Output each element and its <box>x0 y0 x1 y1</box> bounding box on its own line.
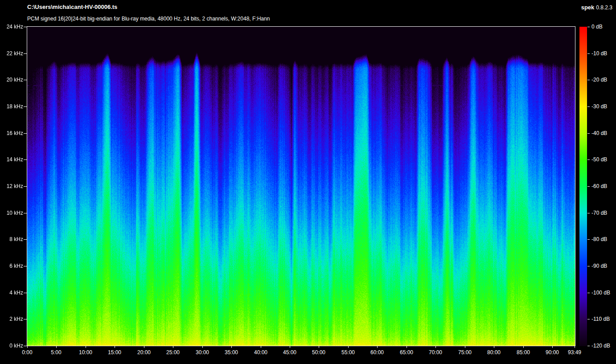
freq-tick <box>24 106 27 107</box>
freq-tick <box>24 346 27 346</box>
freq-tick <box>24 186 27 187</box>
db-tick-label: -10 dB <box>591 50 607 57</box>
time-tick <box>27 346 28 348</box>
freq-tick-label: 12 kHz <box>2 183 23 189</box>
db-colorbar <box>579 27 587 346</box>
freq-tick-label: 20 kHz <box>2 77 23 83</box>
freq-tick <box>24 319 27 319</box>
format-info: PCM signed 16|20|24-bit big-endian for B… <box>27 16 270 22</box>
db-tick <box>587 319 590 319</box>
time-tick <box>144 346 144 348</box>
time-tick <box>202 346 203 348</box>
time-tick-label: 93:49 <box>563 349 586 356</box>
time-tick <box>552 346 553 348</box>
time-tick <box>377 346 378 348</box>
freq-tick-label: 16 kHz <box>2 130 23 136</box>
time-tick-label: 75:00 <box>454 349 476 356</box>
time-tick-label: 5:00 <box>45 349 67 356</box>
time-tick <box>261 346 261 348</box>
freq-tick-label: 2 kHz <box>2 316 23 322</box>
db-tick <box>587 133 590 134</box>
app-version: 0.8.2.3 <box>596 4 612 11</box>
freq-tick-label: 4 kHz <box>2 290 23 296</box>
time-tick <box>115 346 115 348</box>
db-tick <box>587 106 590 107</box>
freq-tick <box>24 160 27 160</box>
db-tick <box>587 186 590 187</box>
db-tick-label: -60 dB <box>591 183 607 189</box>
freq-tick <box>24 239 27 240</box>
time-tick-label: 85:00 <box>512 349 534 356</box>
freq-tick-label: 24 kHz <box>2 24 23 30</box>
time-tick-label: 55:00 <box>337 349 359 356</box>
db-tick <box>587 53 590 54</box>
db-tick <box>587 80 590 80</box>
file-path-title: C:\Users\micha\cant-HV-00006.ts <box>27 4 117 10</box>
db-tick-label: -120 dB <box>591 343 610 349</box>
db-tick <box>587 160 590 160</box>
time-tick <box>56 346 57 348</box>
time-tick <box>290 346 290 348</box>
time-tick-label: 10:00 <box>74 349 97 356</box>
app-name: spek <box>581 4 595 11</box>
time-tick <box>465 346 465 348</box>
time-tick <box>231 346 232 348</box>
db-tick-label: -90 dB <box>591 263 607 269</box>
freq-tick <box>24 27 27 27</box>
time-tick-label: 35:00 <box>220 349 242 356</box>
freq-tick <box>24 133 27 134</box>
time-tick-label: 40:00 <box>250 349 272 356</box>
freq-tick <box>24 80 27 80</box>
freq-tick <box>24 53 27 54</box>
db-tick-label: -80 dB <box>591 236 607 242</box>
db-tick <box>587 27 590 27</box>
time-tick-label: 70:00 <box>424 349 447 356</box>
freq-tick-label: 6 kHz <box>2 263 23 269</box>
db-tick-label: -100 dB <box>591 290 610 296</box>
time-tick-label: 65:00 <box>395 349 418 356</box>
db-tick <box>587 266 590 266</box>
freq-tick-label: 10 kHz <box>2 210 23 216</box>
db-tick-label: -30 dB <box>591 103 607 110</box>
time-tick <box>407 346 407 348</box>
db-tick-label: -110 dB <box>591 316 610 322</box>
spectrogram-canvas <box>27 27 575 346</box>
app-version-badge: spek0.8.2.3 <box>581 4 612 11</box>
freq-tick <box>24 213 27 213</box>
db-tick <box>587 293 590 293</box>
time-tick-label: 90:00 <box>541 349 563 356</box>
db-tick-label: 0 dB <box>591 24 603 30</box>
freq-tick-label: 8 kHz <box>2 236 23 242</box>
db-tick <box>587 213 590 213</box>
time-tick-label: 20:00 <box>133 349 155 356</box>
freq-tick-label: 0 kHz <box>2 343 23 349</box>
time-tick-label: 0:00 <box>16 349 38 356</box>
time-tick-label: 45:00 <box>279 349 301 356</box>
time-tick <box>319 346 319 348</box>
time-tick <box>523 346 524 348</box>
time-tick <box>575 346 575 348</box>
time-tick <box>86 346 86 348</box>
freq-tick-label: 14 kHz <box>2 156 23 163</box>
time-tick-label: 60:00 <box>366 349 388 356</box>
time-tick-label: 25:00 <box>162 349 184 356</box>
time-tick-label: 80:00 <box>483 349 505 356</box>
time-tick-label: 15:00 <box>103 349 126 356</box>
freq-tick <box>24 266 27 266</box>
db-tick <box>587 239 590 240</box>
spectrogram-frame <box>27 26 575 346</box>
freq-tick-label: 18 kHz <box>2 103 23 110</box>
db-tick-label: -20 dB <box>591 77 607 83</box>
freq-tick <box>24 293 27 293</box>
time-tick <box>173 346 173 348</box>
time-tick-label: 30:00 <box>191 349 214 356</box>
db-tick <box>587 346 590 346</box>
db-tick-label: -50 dB <box>591 156 607 163</box>
time-tick <box>348 346 349 348</box>
time-tick <box>435 346 436 348</box>
db-tick-label: -40 dB <box>591 130 607 136</box>
time-tick <box>494 346 494 348</box>
time-tick-label: 50:00 <box>308 349 330 356</box>
db-tick-label: -70 dB <box>591 210 607 216</box>
freq-tick-label: 22 kHz <box>2 50 23 57</box>
